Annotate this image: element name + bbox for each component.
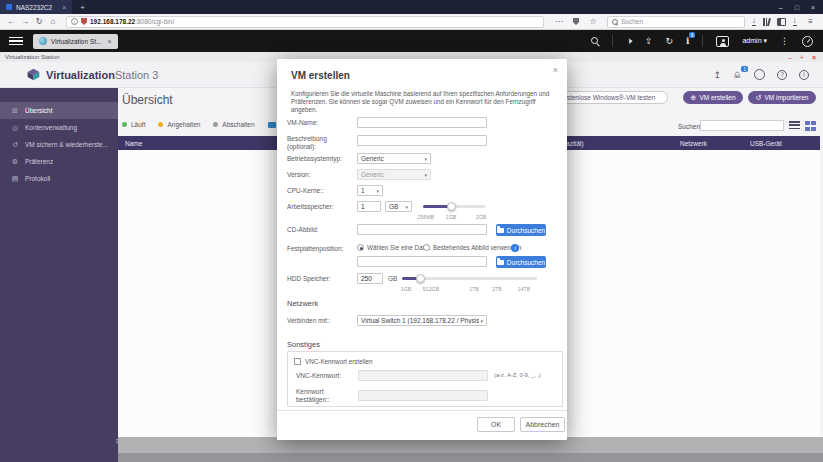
sidebar-toggle-icon[interactable]	[777, 18, 786, 26]
app-window-controls: – + ×	[788, 54, 823, 61]
site-favicon-icon	[6, 4, 12, 10]
network-select[interactable]: Virtual Switch 1 (192.168.178.22 / Physi…	[357, 315, 487, 326]
column-netzwerk[interactable]: Netzwerk	[680, 140, 707, 147]
open-app-tab[interactable]: Virtualization St... ×	[33, 34, 118, 49]
app-minimize-icon[interactable]: –	[788, 54, 792, 61]
ram-slider[interactable]	[423, 205, 485, 208]
app-maximize-icon[interactable]: +	[800, 54, 804, 61]
options-kebab-icon[interactable]: ⋮	[780, 36, 789, 46]
nav-right-icons: ⋯ ☆ Suchen ↓ ↓ ≡	[552, 16, 818, 28]
cd-browse-button[interactable]: Durchsuchen	[496, 224, 546, 236]
ram-value-input[interactable]	[357, 201, 381, 212]
browser-window-controls: – □ ×	[779, 4, 823, 11]
radio-existing-image[interactable]: Bestehendes Abbild verwenden	[423, 244, 521, 251]
browser-tab[interactable]: NAS2232C2 ×	[0, 0, 72, 14]
sidebar-item-protokoll[interactable]: ▤ Protokoll	[0, 170, 118, 187]
disk-file-input[interactable]	[357, 256, 487, 267]
window-minimize-icon[interactable]: –	[779, 4, 783, 11]
app-logo-icon	[27, 68, 40, 81]
sidebar: ⊞ Übersicht ◎ Kontenverwaltung ↺ VM sich…	[0, 88, 118, 462]
hdd-value-input[interactable]	[357, 273, 383, 284]
disk-browse-button[interactable]: Durchsuchen	[496, 256, 546, 268]
ram-slider-thumb[interactable]	[447, 202, 456, 211]
back-icon[interactable]: ←	[4, 17, 18, 26]
chevron-down-icon: ▾	[763, 37, 767, 44]
vm-name-input[interactable]	[357, 117, 487, 128]
library-icon[interactable]	[763, 18, 770, 26]
site-info-icon[interactable]: i	[71, 18, 78, 25]
chevron-down-icon: ▾	[376, 188, 379, 194]
browser-search-field[interactable]: Suchen	[607, 16, 745, 28]
forward-icon[interactable]: →	[18, 17, 32, 26]
download-icon[interactable]: ↓	[752, 17, 756, 26]
os-type-select[interactable]: Generic ▾	[357, 153, 431, 164]
cd-image-input[interactable]	[357, 224, 487, 235]
window-close-icon[interactable]: ×	[811, 4, 815, 11]
about-info-icon[interactable]: i	[799, 70, 809, 80]
version-label: Version:	[287, 171, 355, 179]
accounts-icon: ◎	[11, 124, 19, 132]
password-hint: (a-z, A-Z, 0-9, _, .)	[494, 372, 541, 378]
description-input[interactable]	[357, 135, 487, 146]
chevron-down-icon: ▾	[424, 172, 427, 178]
cpu-cores-select[interactable]: 1 ▾	[357, 185, 383, 196]
home-icon[interactable]: ⌂	[46, 17, 60, 26]
resource-gauge-icon[interactable]	[754, 69, 765, 80]
external-device-icon[interactable]: ⇪	[645, 36, 653, 46]
column-usb[interactable]: USB-Gerät	[750, 140, 782, 147]
list-view-icon[interactable]	[789, 121, 800, 129]
import-vm-button[interactable]: ↺ VM importieren	[748, 91, 816, 104]
help-icon[interactable]: ?	[777, 70, 787, 80]
url-bar[interactable]: i 192.168.178.22:8080/cgi-bin/	[66, 16, 544, 28]
bookmark-star-icon[interactable]: ☆	[586, 17, 600, 26]
upload-status-icon[interactable]: ↥	[713, 70, 721, 80]
new-tab-button[interactable]: +	[80, 3, 85, 12]
create-vm-dialog: VM erstellen × Konfigurieren Sie die vir…	[277, 59, 567, 440]
reload-icon[interactable]: ↻	[32, 17, 46, 26]
tab-close-icon[interactable]: ×	[62, 4, 66, 11]
dashboard-gauge-icon[interactable]	[802, 36, 813, 47]
admin-menu[interactable]: admin ▾	[742, 37, 767, 45]
permissions-shield-icon[interactable]	[81, 18, 87, 25]
hdd-slider[interactable]	[402, 277, 537, 280]
user-icon[interactable]	[716, 36, 729, 47]
url-text: 192.168.178.22:8080/cgi-bin/	[90, 18, 174, 25]
confirm-password-input	[358, 390, 488, 401]
radio-choose-file[interactable]: Wählen Sie eine Datei.	[357, 244, 431, 251]
background-tasks-icon[interactable]: ↻	[665, 36, 673, 46]
main-menu-icon[interactable]	[9, 37, 23, 46]
notification-badge: 6	[689, 32, 696, 38]
vnc-settings-box: VNC-Kennwort erstellen VNC-Kennwort: (a-…	[287, 351, 563, 407]
sidebar-item-praeferenz[interactable]: ⚙ Präferenz	[0, 153, 118, 170]
vnc-password-checkbox[interactable]	[294, 358, 301, 365]
bell-icon[interactable]: 🕭1	[733, 70, 742, 80]
app-close-icon[interactable]: ×	[812, 54, 816, 61]
volume-icon[interactable]: 🕨	[626, 36, 632, 46]
column-name[interactable]: Name	[125, 140, 142, 147]
app-tab-close-icon[interactable]: ×	[107, 38, 111, 45]
misc-section-title: Sonstiges	[287, 340, 320, 349]
screen: NAS2232C2 × + – □ × ← → ↻ ⌂ i 192.168.17…	[0, 0, 823, 462]
page-actions-icon[interactable]: ⋯	[552, 17, 566, 26]
ram-unit-select[interactable]: GB ▾	[385, 201, 412, 212]
cancel-button[interactable]: Abbrechen	[520, 417, 565, 432]
hdd-slider-thumb[interactable]	[416, 274, 425, 283]
window-maximize-icon[interactable]: □	[795, 4, 799, 11]
create-vm-button[interactable]: ⊕ VM erstellen	[683, 91, 743, 104]
save-page-icon[interactable]: ↓	[793, 17, 797, 26]
hdd-tick: 14TB	[518, 286, 531, 292]
version-select: Generic ▾	[357, 169, 431, 180]
hdd-tick: 512GB	[423, 286, 440, 292]
ok-button[interactable]: OK	[477, 417, 515, 432]
browser-menu-icon[interactable]: ≡	[804, 17, 818, 26]
dialog-close-icon[interactable]: ×	[553, 65, 558, 75]
sidebar-item-kontenverwaltung[interactable]: ◎ Kontenverwaltung	[0, 119, 118, 136]
sidebar-item-vm-backup[interactable]: ↺ VM sichern & wiederherste...	[0, 136, 118, 153]
vm-search-input[interactable]	[700, 120, 784, 131]
qts-search-icon[interactable]	[591, 37, 599, 45]
pocket-icon[interactable]	[573, 18, 579, 25]
grid-view-icon[interactable]	[805, 121, 816, 131]
sidebar-item-uebersicht[interactable]: ⊞ Übersicht	[0, 102, 118, 119]
info-icon[interactable]: i	[511, 244, 519, 252]
notifications-icon[interactable]: ℹ6	[686, 36, 689, 46]
